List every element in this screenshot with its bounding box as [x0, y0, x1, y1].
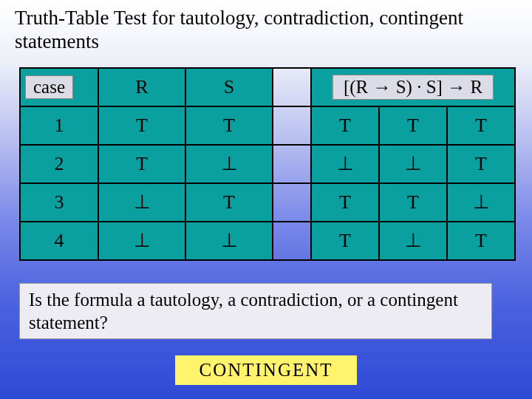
header-case-label: case	[25, 75, 73, 99]
cell-c3: ⊥	[447, 183, 515, 222]
cell-case: 3	[20, 183, 98, 222]
cell-r: T	[98, 145, 185, 183]
cell-case: 1	[20, 106, 98, 145]
table-row: 2 T ⊥ ⊥ ⊥ T	[20, 145, 515, 183]
table-row: 4 ⊥ ⊥ T ⊥ T	[20, 222, 515, 260]
cell-s: T	[185, 183, 273, 222]
cell-s: ⊥	[185, 145, 273, 183]
gap	[273, 145, 311, 183]
cell-case: 2	[20, 145, 98, 183]
cell-c1: T	[311, 222, 379, 260]
cell-c1: ⊥	[311, 145, 379, 183]
question-box: Is the formula a tautology, a contradict…	[19, 283, 492, 340]
answer-wrap: CONTINGENT	[15, 355, 517, 385]
header-formula-label: [(R → S) · S] → R	[332, 75, 494, 100]
answer-box: CONTINGENT	[175, 355, 356, 385]
cell-c2: T	[379, 183, 447, 222]
header-s: S	[185, 68, 273, 106]
header-formula: [(R → S) · S] → R	[311, 68, 515, 106]
cell-s: T	[185, 106, 273, 145]
table-row: 1 T T T T T	[20, 106, 515, 145]
cell-r: ⊥	[98, 222, 185, 260]
cell-c1: T	[311, 106, 379, 145]
cell-c1: T	[311, 183, 379, 222]
cell-c3: T	[447, 222, 515, 260]
gap	[273, 183, 311, 222]
cell-c3: T	[447, 106, 515, 145]
gap	[273, 222, 311, 260]
gap	[273, 106, 311, 145]
header-r: R	[98, 68, 185, 106]
cell-c2: ⊥	[379, 222, 447, 260]
cell-r: T	[98, 106, 185, 145]
truth-table-wrap: case R S [(R → S) · S] → R 1 T T T T T 2	[19, 67, 517, 261]
cell-c3: T	[447, 145, 515, 183]
cell-s: ⊥	[185, 222, 273, 260]
cell-case: 4	[20, 222, 98, 260]
slide: Truth-Table Test for tautology, contradi…	[0, 0, 532, 399]
table-header-row: case R S [(R → S) · S] → R	[20, 68, 515, 106]
gap	[273, 68, 311, 106]
table-row: 3 ⊥ T T T ⊥	[20, 183, 515, 222]
cell-r: ⊥	[98, 183, 185, 222]
cell-c2: ⊥	[379, 145, 447, 183]
header-case: case	[20, 68, 98, 106]
cell-c2: T	[379, 106, 447, 145]
slide-title: Truth-Table Test for tautology, contradi…	[15, 6, 517, 54]
truth-table: case R S [(R → S) · S] → R 1 T T T T T 2	[19, 67, 516, 261]
